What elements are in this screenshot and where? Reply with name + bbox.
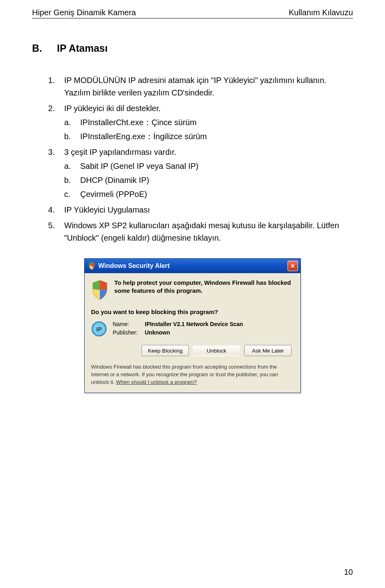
list-item-3: 3 çeşit IP yapılandırması vardır. Sabit … — [32, 146, 353, 201]
dialog-body: To help protect your computer, Windows F… — [85, 273, 300, 393]
dialog-info-row: IP Name: IPInstaller V2.1 Network Device… — [91, 320, 294, 337]
sub-item-3b: DHCP (Dinamik IP) — [64, 174, 353, 187]
footer-help-link[interactable]: When should I unblock a program? — [116, 379, 197, 385]
publisher-value: Unknown — [145, 328, 170, 337]
sub-item-2a: IPInstallerCht.exe：Çince sürüm — [64, 116, 353, 129]
program-info: Name: IPInstaller V2.1 Network Device Sc… — [113, 320, 243, 337]
windows-security-alert-dialog: Windows Security Alert ✕ To help protect… — [84, 258, 301, 393]
page-number: 10 — [344, 568, 353, 577]
list-item-2-text: IP yükleyici iki dil destekler. — [64, 104, 161, 113]
dialog-top-text: To help protect your computer, Windows F… — [114, 279, 294, 300]
list-item-4: IP Yükleyici Uygulaması — [32, 204, 353, 216]
list-item-1-text: IP MODÜLÜNÜN IP adresini atamak için "IP… — [64, 76, 326, 85]
list-item-3-text: 3 çeşit IP yapılandırması vardır. — [64, 148, 176, 156]
sub-list-3: Sabit IP (Genel IP veya Sanal IP) DHCP (… — [64, 160, 353, 201]
list-item-5: Windows XP SP2 kullanıcıları aşağıdaki m… — [32, 219, 353, 244]
shield-small-icon — [88, 262, 96, 270]
section-letter: B. — [32, 43, 54, 54]
dialog-footer-text: Windows Firewall has blocked this progra… — [91, 363, 294, 386]
dialog-title: Windows Security Alert — [98, 262, 288, 270]
sub-item-3a: Sabit IP (Genel IP veya Sanal IP) — [64, 160, 353, 172]
dialog-titlebar[interactable]: Windows Security Alert ✕ — [85, 259, 300, 273]
dialog-top-row: To help protect your computer, Windows F… — [91, 279, 294, 300]
sub-item-2b: IPInstallerEng.exe：İngilizce sürüm — [64, 130, 353, 143]
shield-large-icon — [91, 280, 109, 300]
keep-blocking-button[interactable]: Keep Blocking — [142, 345, 189, 356]
name-label: Name: — [113, 320, 145, 328]
unblock-button[interactable]: Unblock — [193, 345, 240, 356]
dialog-question: Do you want to keep blocking this progra… — [91, 308, 294, 315]
header-right: Kullanım Kılavuzu — [289, 8, 353, 17]
publisher-label: Publisher: — [113, 328, 145, 337]
list-item-1-text-b: Yazılım birlikte verilen yazılım CD'sind… — [64, 88, 215, 97]
page-header: Hiper Geniş Dinamik Kamera Kullanım Kıla… — [32, 8, 353, 18]
name-value: IPInstaller V2.1 Network Device Scan — [145, 320, 243, 328]
close-button[interactable]: ✕ — [288, 261, 298, 271]
dialog-button-row: Keep Blocking Unblock Ask Me Later — [91, 345, 294, 356]
sub-item-3c: Çevirmeli (PPPoE) — [64, 188, 353, 201]
close-icon: ✕ — [290, 263, 295, 269]
section-title-text: IP Ataması — [57, 43, 107, 54]
list-item-1: IP MODÜLÜNÜN IP adresini atamak için "IP… — [32, 74, 353, 99]
main-list: IP MODÜLÜNÜN IP adresini atamak için "IP… — [32, 74, 353, 244]
header-left: Hiper Geniş Dinamik Kamera — [32, 8, 136, 17]
program-icon: IP — [91, 321, 107, 337]
ask-later-button[interactable]: Ask Me Later — [244, 345, 292, 356]
section-heading: B. IP Ataması — [32, 43, 353, 54]
svg-text:IP: IP — [96, 326, 102, 333]
sub-list-2: IPInstallerCht.exe：Çince sürüm IPInstall… — [64, 116, 353, 143]
list-item-2: IP yükleyici iki dil destekler. IPInstal… — [32, 102, 353, 143]
dialog-wrapper: Windows Security Alert ✕ To help protect… — [32, 258, 353, 393]
